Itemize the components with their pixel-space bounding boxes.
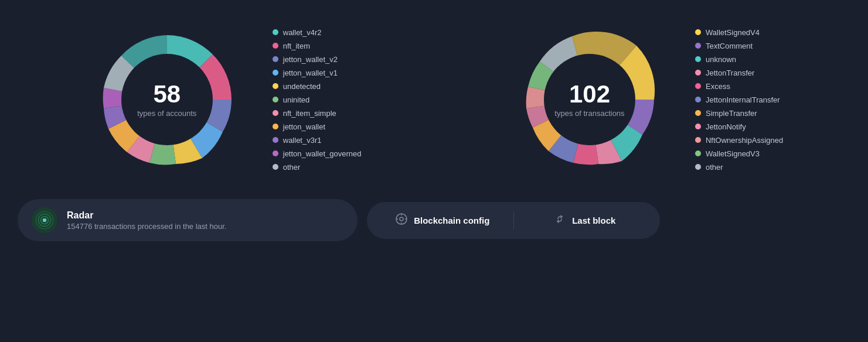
- legend-dot: [273, 56, 278, 62]
- legend-item: jetton_wallet_v1: [273, 69, 362, 77]
- legend-item: TextComment: [695, 42, 783, 50]
- legend-item: nft_item: [273, 42, 362, 50]
- legend-dot: [273, 110, 278, 116]
- radar-title: Radar: [67, 210, 226, 221]
- legend-item: Excess: [695, 82, 783, 91]
- legend-item: other: [273, 163, 362, 172]
- svg-point-9: [400, 217, 403, 221]
- radar-card: Radar 154776 transactions processed in t…: [18, 199, 358, 241]
- legend-label: jetton_wallet_v2: [283, 55, 338, 64]
- chart-group-transactions: 102 types of transactions WalletSignedV4…: [508, 18, 783, 182]
- legend-accounts: wallet_v4r2nft_itemjetton_wallet_v2jetto…: [273, 28, 362, 172]
- legend-label: other: [283, 163, 301, 172]
- legend-dot: [695, 110, 701, 116]
- last-block-label: Last block: [572, 216, 615, 225]
- legend-dot: [273, 124, 278, 129]
- legend-item: wallet_v4r2: [273, 28, 362, 37]
- legend-label: Excess: [706, 82, 730, 91]
- legend-dot: [273, 137, 278, 143]
- legend-item: WalletSignedV3: [695, 149, 783, 158]
- legend-label: other: [706, 163, 723, 172]
- legend-label: JettonTransfer: [706, 69, 754, 77]
- legend-item: wallet_v3r1: [273, 136, 362, 145]
- legend-label: JettonInternalTransfer: [706, 95, 780, 104]
- legend-item: NftOwnershipAssigned: [695, 136, 783, 145]
- legend-label: unknown: [706, 55, 736, 64]
- legend-transactions: WalletSignedV4TextCommentunknownJettonTr…: [695, 28, 783, 172]
- legend-item: JettonInternalTransfer: [695, 95, 783, 104]
- legend-label: wallet_v3r1: [283, 136, 322, 145]
- legend-item: other: [695, 163, 783, 172]
- legend-dot: [695, 43, 701, 49]
- legend-dot: [695, 83, 701, 89]
- radar-subtitle: 154776 transactions processed in the las…: [67, 222, 226, 231]
- legend-item: uninited: [273, 95, 362, 104]
- bottom-section: Radar 154776 transactions processed in t…: [18, 199, 850, 241]
- legend-item: undetected: [273, 82, 362, 91]
- legend-dot: [273, 43, 278, 49]
- radar-text: Radar 154776 transactions processed in t…: [67, 210, 226, 231]
- legend-label: undetected: [283, 82, 321, 91]
- legend-item: jetton_wallet: [273, 122, 362, 131]
- legend-item: JettonNotify: [695, 122, 783, 131]
- blockchain-config-icon: [395, 213, 408, 228]
- legend-item: jetton_wallet_v2: [273, 55, 362, 64]
- legend-label: JettonNotify: [706, 122, 746, 131]
- legend-dot: [273, 83, 278, 89]
- legend-dot: [273, 29, 278, 35]
- legend-label: jetton_wallet_governed: [283, 149, 362, 158]
- radar-icon: [32, 207, 57, 233]
- action-buttons-group: Blockchain config Last block: [367, 202, 660, 239]
- legend-dot: [695, 137, 701, 143]
- legend-dot: [695, 151, 701, 156]
- donut-chart-transactions: 102 types of transactions: [508, 18, 672, 182]
- charts-section: 58 types of accounts wallet_v4r2nft_item…: [18, 12, 850, 187]
- legend-label: nft_item_simple: [283, 109, 336, 118]
- legend-label: TextComment: [706, 42, 753, 50]
- legend-label: SimpleTransfer: [706, 109, 757, 118]
- chart-group-accounts: 58 types of accounts wallet_v4r2nft_item…: [85, 18, 362, 182]
- legend-dot: [695, 164, 701, 170]
- legend-label: NftOwnershipAssigned: [706, 136, 783, 145]
- legend-dot: [273, 97, 278, 102]
- legend-label: nft_item: [283, 42, 310, 50]
- legend-dot: [695, 97, 701, 102]
- legend-dot: [273, 164, 278, 170]
- legend-item: WalletSignedV4: [695, 28, 783, 37]
- donut-chart-accounts: 58 types of accounts: [85, 18, 249, 182]
- legend-label: uninited: [283, 95, 310, 104]
- blockchain-config-button[interactable]: Blockchain config: [372, 207, 513, 234]
- legend-dot: [695, 56, 701, 62]
- legend-label: jetton_wallet_v1: [283, 69, 338, 77]
- blockchain-config-label: Blockchain config: [414, 216, 489, 225]
- legend-item: unknown: [695, 55, 783, 64]
- last-block-icon: [553, 213, 566, 228]
- last-block-button[interactable]: Last block: [514, 207, 656, 234]
- legend-label: jetton_wallet: [283, 122, 325, 131]
- legend-dot: [273, 151, 278, 156]
- legend-item: JettonTransfer: [695, 69, 783, 77]
- legend-label: WalletSignedV3: [706, 149, 760, 158]
- legend-dot: [695, 70, 701, 76]
- legend-dot: [695, 124, 701, 129]
- legend-dot: [695, 29, 701, 35]
- legend-item: jetton_wallet_governed: [273, 149, 362, 158]
- legend-label: WalletSignedV4: [706, 28, 760, 37]
- svg-point-1: [121, 54, 213, 145]
- legend-label: wallet_v4r2: [283, 28, 322, 37]
- legend-dot: [273, 70, 278, 76]
- legend-item: nft_item_simple: [273, 109, 362, 118]
- svg-point-3: [544, 54, 635, 145]
- svg-point-7: [43, 218, 47, 223]
- legend-item: SimpleTransfer: [695, 109, 783, 118]
- main-container: 58 types of accounts wallet_v4r2nft_item…: [0, 0, 868, 253]
